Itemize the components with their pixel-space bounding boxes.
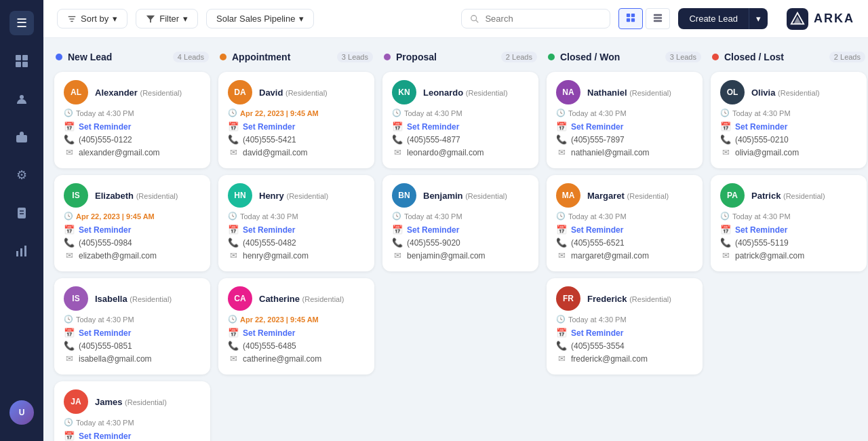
column-closed-lost: Closed / Lost 2 Leads OL Olivia (Residen… xyxy=(711,49,867,271)
card-avatar: IS xyxy=(64,286,88,311)
reminder-link[interactable]: Set Reminder xyxy=(243,122,295,132)
card-time: 🕓 Today at 4:30 PM xyxy=(392,109,529,117)
card-avatar: DA xyxy=(228,80,252,104)
reminder-link[interactable]: Set Reminder xyxy=(407,225,459,235)
reminder-row: 📅 Set Reminder xyxy=(64,328,201,338)
svg-point-16 xyxy=(471,15,477,20)
phone-icon: 📞 xyxy=(556,134,567,145)
clock-icon: 🕓 xyxy=(228,109,237,117)
column-new-lead: New Lead 4 Leads AL Alexander (Residenti… xyxy=(54,49,210,441)
search-bar[interactable] xyxy=(461,9,610,28)
card-name-block: Margaret (Residential) xyxy=(587,191,669,201)
reminder-link[interactable]: Set Reminder xyxy=(79,122,131,132)
email-address: henry@gmail.com xyxy=(243,251,309,261)
card-type: (Residential) xyxy=(136,192,178,200)
card-type: (Residential) xyxy=(140,89,182,97)
reminder-link[interactable]: Set Reminder xyxy=(407,122,459,132)
logo-area: ARKA xyxy=(787,8,854,30)
clock-icon: 🕓 xyxy=(556,315,566,324)
card-avatar: FR xyxy=(556,286,580,311)
reminder-link[interactable]: Set Reminder xyxy=(735,122,787,132)
menu-icon[interactable]: ☰ xyxy=(9,11,34,35)
lead-card[interactable]: DA David (Residential) 🕓 Apr 22, 2023 | … xyxy=(218,72,374,168)
card-type: (Residential) xyxy=(286,192,328,200)
docs-icon[interactable] xyxy=(9,201,34,225)
lead-card[interactable]: AL Alexander (Residential) 🕓 Today at 4:… xyxy=(54,72,210,168)
phone-icon: 📞 xyxy=(64,134,75,145)
email-icon: ✉ xyxy=(228,250,239,261)
card-avatar: MA xyxy=(556,183,580,208)
email-icon: ✉ xyxy=(556,250,567,261)
reminder-link[interactable]: Set Reminder xyxy=(79,432,131,441)
reminder-link[interactable]: Set Reminder xyxy=(571,225,623,235)
svg-rect-18 xyxy=(627,14,630,17)
clock-icon: 🕓 xyxy=(392,109,401,117)
svg-rect-23 xyxy=(654,17,662,19)
lead-card[interactable]: FR Frederick (Residential) 🕓 Today at 4:… xyxy=(547,278,703,375)
view-toggle xyxy=(618,8,670,29)
grid-view-button[interactable] xyxy=(618,8,643,29)
create-lead-dropdown-button[interactable]: ▾ xyxy=(749,8,768,29)
card-time: 🕓 Today at 4:30 PM xyxy=(556,315,693,324)
lead-card[interactable]: KN Leonardo (Residential) 🕓 Today at 4:3… xyxy=(382,72,538,168)
email-address: isabella@gmail.com xyxy=(79,354,152,364)
lead-card[interactable]: IS Isabella (Residential) 🕓 Today at 4:3… xyxy=(54,278,210,375)
calendar-icon: 📅 xyxy=(64,121,75,132)
phone-number: (405)555-0984 xyxy=(79,238,132,248)
sort-button[interactable]: Sort by ▾ xyxy=(57,9,127,28)
contacts-icon[interactable] xyxy=(9,87,34,111)
lead-card[interactable]: HN Henry (Residential) 🕓 Today at 4:30 P… xyxy=(218,175,374,271)
card-type: (Residential) xyxy=(629,295,671,303)
jobs-icon[interactable] xyxy=(9,125,34,149)
card-time: 🕓 Today at 4:30 PM xyxy=(556,109,693,117)
card-name-block: Leonardo (Residential) xyxy=(423,88,508,98)
reminder-row: 📅 Set Reminder xyxy=(556,121,693,132)
card-header: IS Elizabeth (Residential) xyxy=(64,183,201,208)
lead-card[interactable]: JA James (Residential) 🕓 Today at 4:30 P… xyxy=(54,381,210,441)
filter-button[interactable]: Filter ▾ xyxy=(136,9,198,28)
card-time: 🕓 Apr 22, 2023 | 9:45 AM xyxy=(228,109,365,117)
lead-card[interactable]: CA Catherine (Residential) 🕓 Apr 22, 202… xyxy=(218,278,374,375)
phone-icon: 📞 xyxy=(556,237,567,248)
lead-card[interactable]: BN Benjamin (Residential) 🕓 Today at 4:3… xyxy=(382,175,538,271)
lead-card[interactable]: IS Elizabeth (Residential) 🕓 Apr 22, 202… xyxy=(54,175,210,271)
list-view-button[interactable] xyxy=(646,8,670,29)
phone-number: (405)555-0482 xyxy=(243,238,296,248)
calendar-icon: 📅 xyxy=(556,121,567,132)
settings-icon[interactable]: ⚙ xyxy=(9,163,34,187)
pipeline-selector[interactable]: Solar Sales Pipeline ▾ xyxy=(206,9,314,28)
email-icon: ✉ xyxy=(64,147,75,157)
card-name-block: Alexander (Residential) xyxy=(95,88,182,98)
email-icon: ✉ xyxy=(720,147,731,157)
card-type: (Residential) xyxy=(783,192,825,200)
reminder-link[interactable]: Set Reminder xyxy=(571,328,623,338)
reminder-link[interactable]: Set Reminder xyxy=(735,225,787,235)
reminder-link[interactable]: Set Reminder xyxy=(79,328,131,338)
lead-card[interactable]: OL Olivia (Residential) 🕓 Today at 4:30 … xyxy=(711,72,867,168)
phone-icon: 📞 xyxy=(392,134,403,145)
card-name: Benjamin (Residential) xyxy=(423,191,507,201)
email-address: elizabeth@gmail.com xyxy=(79,251,157,261)
reports-icon[interactable] xyxy=(9,239,34,263)
col-count: 2 Leads xyxy=(829,52,865,62)
search-input[interactable] xyxy=(485,14,601,24)
dashboard-icon[interactable] xyxy=(9,49,34,73)
reminder-row: 📅 Set Reminder xyxy=(228,328,365,338)
reminder-link[interactable]: Set Reminder xyxy=(571,122,623,132)
create-lead-button[interactable]: Create Lead xyxy=(678,8,749,29)
lead-card[interactable]: NA Nathaniel (Residential) 🕓 Today at 4:… xyxy=(547,72,703,168)
card-name: Leonardo (Residential) xyxy=(423,88,508,98)
sort-label: Sort by xyxy=(81,14,108,24)
avatar[interactable]: U xyxy=(9,400,34,425)
lead-card[interactable]: PA Patrick (Residential) 🕓 Today at 4:30… xyxy=(711,175,867,271)
email-icon: ✉ xyxy=(556,147,567,157)
lead-card[interactable]: MA Margaret (Residential) 🕓 Today at 4:3… xyxy=(547,175,703,271)
sort-chevron-icon: ▾ xyxy=(113,14,117,24)
reminder-link[interactable]: Set Reminder xyxy=(243,225,295,235)
reminder-link[interactable]: Set Reminder xyxy=(243,328,295,338)
email-address: benjamin@gmail.com xyxy=(407,251,486,261)
reminder-row: 📅 Set Reminder xyxy=(556,225,693,235)
svg-marker-15 xyxy=(146,15,155,22)
email-address: david@gmail.com xyxy=(243,148,308,157)
reminder-link[interactable]: Set Reminder xyxy=(79,225,131,235)
